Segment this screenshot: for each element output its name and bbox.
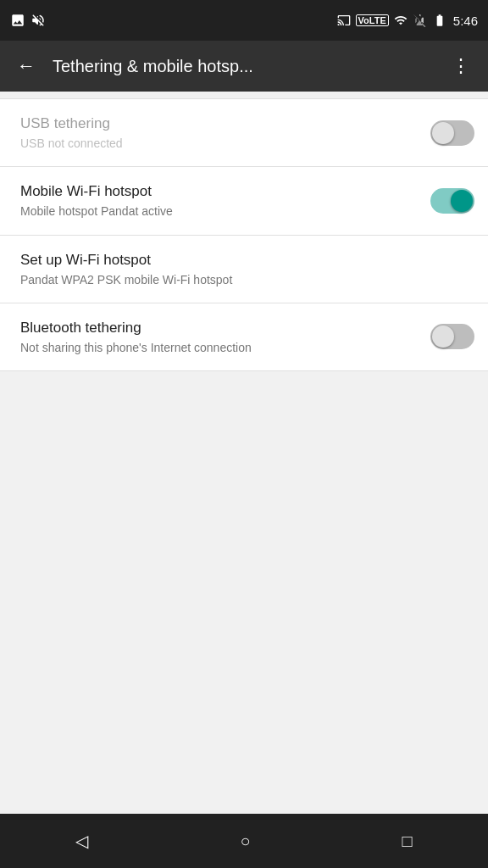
usb-tethering-text: USB tethering USB not connected xyxy=(20,114,430,151)
mobile-hotspot-title: Mobile Wi-Fi hotspot xyxy=(20,182,417,201)
signal-strength-icon xyxy=(413,14,426,27)
bluetooth-tethering-subtitle: Not sharing this phone's Internet connec… xyxy=(20,340,417,355)
status-bar-left-icons xyxy=(10,13,46,28)
time-display: 5:46 xyxy=(453,14,478,28)
nav-back-button[interactable]: ◁ xyxy=(55,821,108,861)
usb-tethering-subtitle: USB not connected xyxy=(20,136,417,151)
nav-recents-button[interactable]: □ xyxy=(381,821,432,861)
cast-icon xyxy=(337,14,351,27)
mobile-hotspot-item[interactable]: Mobile Wi-Fi hotspot Mobile hotspot Pand… xyxy=(0,167,488,235)
usb-tethering-title: USB tethering xyxy=(20,114,417,133)
usb-tethering-toggle-thumb xyxy=(432,122,454,144)
bluetooth-tethering-item[interactable]: Bluetooth tethering Not sharing this pho… xyxy=(0,303,488,371)
bluetooth-tethering-toggle[interactable] xyxy=(430,324,474,349)
bluetooth-tethering-title: Bluetooth tethering xyxy=(20,319,417,337)
setup-hotspot-item[interactable]: Set up Wi-Fi hotspot Pandat WPA2 PSK mob… xyxy=(0,236,488,303)
nav-bar: ◁ ○ □ xyxy=(0,814,488,868)
setup-hotspot-title: Set up Wi-Fi hotspot xyxy=(20,251,461,270)
settings-list: USB tethering USB not connected Mobile W… xyxy=(0,92,488,814)
battery-icon xyxy=(431,14,448,27)
lte-signal-icon xyxy=(394,14,408,27)
status-bar-right-icons: VoLTE 5:46 xyxy=(337,14,478,28)
nav-home-button[interactable]: ○ xyxy=(219,821,270,861)
more-options-button[interactable]: ⋮ xyxy=(448,52,474,81)
mobile-hotspot-text: Mobile Wi-Fi hotspot Mobile hotspot Pand… xyxy=(20,182,430,219)
app-bar: ← Tethering & mobile hotsp... ⋮ xyxy=(0,41,488,92)
usb-tethering-toggle[interactable] xyxy=(430,120,474,146)
mobile-hotspot-toggle-thumb xyxy=(451,190,473,212)
volte-badge: VoLTE xyxy=(356,14,389,26)
setup-hotspot-text: Set up Wi-Fi hotspot Pandat WPA2 PSK mob… xyxy=(20,251,474,287)
bluetooth-tethering-text: Bluetooth tethering Not sharing this pho… xyxy=(20,319,430,355)
setup-hotspot-subtitle: Pandat WPA2 PSK mobile Wi-Fi hotspot xyxy=(20,272,461,287)
page-title: Tethering & mobile hotsp... xyxy=(53,57,435,76)
usb-tethering-item[interactable]: USB tethering USB not connected xyxy=(0,98,488,167)
mobile-hotspot-subtitle: Mobile hotspot Pandat active xyxy=(20,203,417,219)
mobile-hotspot-toggle[interactable] xyxy=(430,188,474,214)
mute-icon xyxy=(30,13,46,28)
bluetooth-tethering-toggle-thumb xyxy=(432,326,454,348)
image-icon xyxy=(10,13,25,28)
status-bar: VoLTE 5:46 xyxy=(0,0,488,41)
back-button[interactable]: ← xyxy=(14,52,39,81)
